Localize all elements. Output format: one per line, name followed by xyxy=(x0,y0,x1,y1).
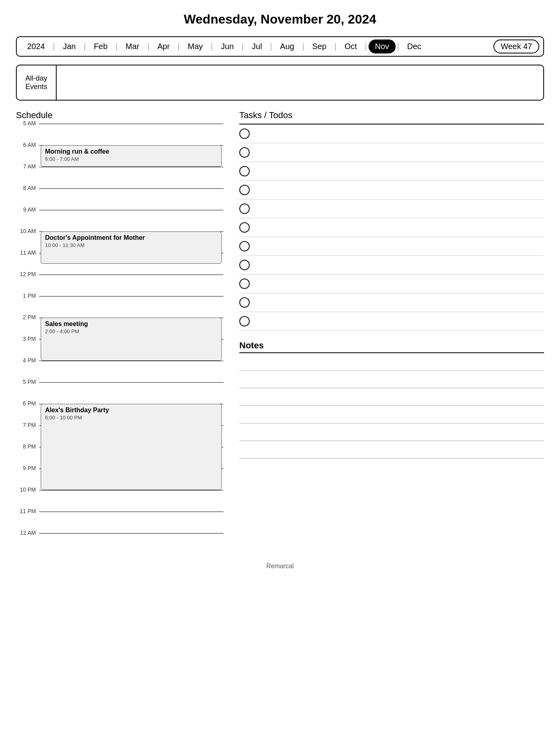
task-row[interactable] xyxy=(239,293,544,312)
nav-aug[interactable]: Aug xyxy=(274,40,301,53)
time-line-area xyxy=(39,188,223,210)
nav-divider-9: | xyxy=(333,42,338,51)
allday-content[interactable] xyxy=(57,65,543,100)
task-checkbox[interactable] xyxy=(239,260,250,270)
time-line-area xyxy=(39,512,223,533)
nav-divider-10: | xyxy=(363,42,369,51)
task-row[interactable] xyxy=(239,256,544,275)
time-row: 1 PM xyxy=(16,296,223,318)
allday-label: All-dayEvents xyxy=(17,65,57,100)
task-row[interactable] xyxy=(239,218,544,237)
time-label: 2 PM xyxy=(16,314,39,320)
task-row[interactable] xyxy=(239,237,544,256)
event-title: Alex's Birthday Party xyxy=(45,407,217,414)
task-checkbox[interactable] xyxy=(239,279,250,289)
note-line[interactable] xyxy=(239,353,544,371)
nav-nov[interactable]: Nov xyxy=(369,40,396,53)
time-row: 9 AM xyxy=(16,210,223,231)
task-row[interactable] xyxy=(239,275,544,293)
note-line[interactable] xyxy=(239,406,544,423)
note-line[interactable] xyxy=(239,371,544,388)
nav-divider-8: | xyxy=(301,42,306,51)
time-label: 5 AM xyxy=(16,120,39,126)
event-title: Sales meeting xyxy=(45,320,217,328)
nav-divider-1: | xyxy=(82,42,87,51)
time-label: 1 PM xyxy=(16,292,39,299)
time-row: 7 AM xyxy=(16,167,223,188)
time-row: 5 PM xyxy=(16,382,223,404)
time-label: 7 PM xyxy=(16,422,39,428)
tasks-list xyxy=(239,125,544,331)
task-checkbox[interactable] xyxy=(239,147,250,158)
notes-header: Notes xyxy=(239,340,544,351)
page-title: Wednesday, November 20, 2024 xyxy=(16,12,544,27)
nav-year[interactable]: 2024 xyxy=(21,40,51,53)
nav-jul[interactable]: Jul xyxy=(245,40,268,53)
time-label: 11 AM xyxy=(16,249,39,256)
task-row[interactable] xyxy=(239,200,544,218)
time-row: 10 PM xyxy=(16,490,223,512)
time-label: 10 PM xyxy=(16,486,39,493)
time-line-area xyxy=(39,296,223,318)
event-time: 2:00 - 4:00 PM xyxy=(45,328,217,334)
time-label: 3 PM xyxy=(16,336,39,342)
note-line[interactable] xyxy=(239,388,544,406)
time-label: 5 PM xyxy=(16,379,39,385)
task-row[interactable] xyxy=(239,162,544,181)
nav-sep[interactable]: Sep xyxy=(306,40,333,53)
event-block[interactable]: Morning run & coffee6:00 - 7:00 AM xyxy=(41,145,222,167)
time-label: 6 AM xyxy=(16,142,39,148)
tasks-column: Tasks / Todos Notes xyxy=(223,110,544,555)
task-checkbox[interactable] xyxy=(239,316,250,326)
event-block[interactable]: Alex's Birthday Party6:00 - 10:00 PM xyxy=(41,404,222,490)
task-checkbox[interactable] xyxy=(239,204,250,214)
nav-divider-0: | xyxy=(51,42,57,51)
time-label: 4 PM xyxy=(16,357,39,364)
task-checkbox[interactable] xyxy=(239,241,250,251)
tasks-header: Tasks / Todos xyxy=(239,110,544,121)
nav-divider-2: | xyxy=(114,42,119,51)
nav-oct[interactable]: Oct xyxy=(338,40,363,53)
nav-week[interactable]: Week 47 xyxy=(493,40,539,53)
nav-jan[interactable]: Jan xyxy=(57,40,82,53)
task-checkbox[interactable] xyxy=(239,185,250,195)
task-checkbox[interactable] xyxy=(239,166,250,176)
schedule-column: Schedule 5 AM6 AM7 AM8 AM9 AM10 AM11 AM1… xyxy=(16,110,223,555)
task-row[interactable] xyxy=(239,143,544,162)
time-line-area xyxy=(39,533,223,555)
notes-section: Notes xyxy=(239,340,544,458)
time-label: 8 PM xyxy=(16,443,39,450)
nav-apr[interactable]: Apr xyxy=(151,40,176,53)
time-line-area xyxy=(39,275,223,296)
note-line[interactable] xyxy=(239,441,544,458)
main-layout: Schedule 5 AM6 AM7 AM8 AM9 AM10 AM11 AM1… xyxy=(16,110,544,555)
time-grid-wrapper: 5 AM6 AM7 AM8 AM9 AM10 AM11 AM12 PM1 PM2… xyxy=(16,124,223,555)
event-time: 6:00 - 7:00 AM xyxy=(45,156,217,162)
time-row: 11 PM xyxy=(16,512,223,533)
task-checkbox[interactable] xyxy=(239,222,250,233)
task-row[interactable] xyxy=(239,181,544,200)
time-label: 11 PM xyxy=(16,508,39,514)
nav-feb[interactable]: Feb xyxy=(87,40,114,53)
nav-mar[interactable]: Mar xyxy=(119,40,146,53)
nav-dec[interactable]: Dec xyxy=(401,40,428,53)
time-label: 9 AM xyxy=(16,206,39,213)
note-line[interactable] xyxy=(239,423,544,441)
time-row: 8 AM xyxy=(16,188,223,210)
event-block[interactable]: Sales meeting2:00 - 4:00 PM xyxy=(41,318,222,361)
nav-may[interactable]: May xyxy=(181,40,209,53)
task-row[interactable] xyxy=(239,312,544,331)
task-checkbox[interactable] xyxy=(239,128,250,139)
nav-jun[interactable]: Jun xyxy=(215,40,240,53)
nav-divider-6: | xyxy=(240,42,245,51)
task-checkbox[interactable] xyxy=(239,297,250,308)
task-row[interactable] xyxy=(239,125,544,143)
time-label: 7 AM xyxy=(16,163,39,170)
event-block[interactable]: Doctor's Appointment for Mother10:00 - 1… xyxy=(41,231,222,264)
footer: Remarcal xyxy=(16,563,544,570)
time-label: 12 PM xyxy=(16,271,39,277)
month-nav: 2024 | Jan | Feb | Mar | Apr | May | Jun… xyxy=(16,36,544,57)
nav-divider-3: | xyxy=(146,42,151,51)
nav-divider-4: | xyxy=(176,42,181,51)
time-label: 6 PM xyxy=(16,400,39,407)
